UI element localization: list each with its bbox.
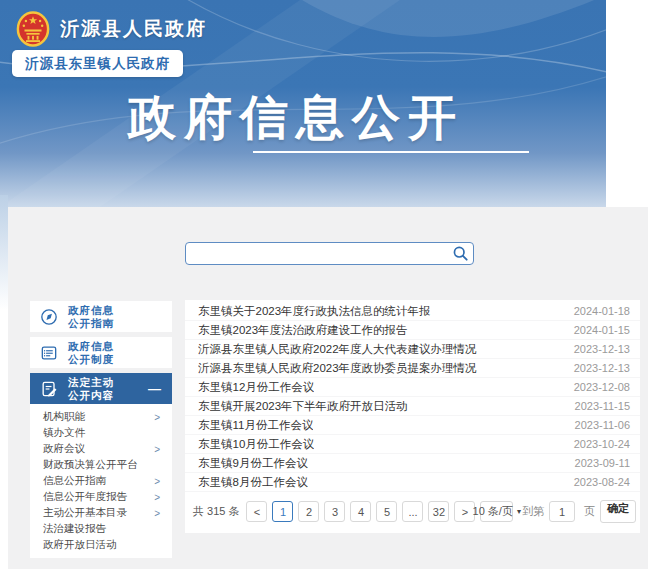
document-date: 2023-10-24	[574, 438, 630, 450]
sidebar-subitem[interactable]: 法治建设报告	[30, 521, 172, 537]
page-number-button[interactable]: 4	[350, 501, 371, 522]
page-number-button[interactable]: 2	[298, 501, 319, 522]
title-underline	[253, 151, 529, 153]
document-title[interactable]: 东里镇12月份工作会议	[198, 380, 314, 395]
document-list: 东里镇关于2023年度行政执法信息的统计年报 2024-01-18 东里镇202…	[185, 302, 640, 492]
list-item[interactable]: 东里镇11月份工作会议 2023-11-06	[185, 416, 640, 435]
goto-prefix-label: 到第	[522, 504, 544, 519]
site-header: 沂源县人民政府	[16, 10, 207, 48]
sidebar: 政府信息 公开指南 政府信息 公开制度	[30, 301, 172, 558]
sidebar-subitem[interactable]: 政府开放日活动	[30, 537, 172, 553]
clipboard-edit-icon	[39, 379, 59, 399]
pagination: 共 315 条 < 1 2 3 4 5 ...	[185, 492, 640, 525]
document-date: 2023-12-08	[574, 381, 630, 393]
document-date: 2023-09-11	[575, 457, 630, 469]
sidebar-item-label: 政府信息 公开指南	[68, 304, 114, 329]
page-size-label: 10 条/页	[473, 504, 513, 519]
page-number-button[interactable]: 5	[376, 501, 397, 522]
document-title[interactable]: 东里镇开展2023年下半年政府开放日活动	[198, 399, 408, 414]
chevron-right-icon: >	[154, 412, 160, 423]
document-title[interactable]: 东里镇8月份工作会议	[198, 475, 308, 490]
sidebar-subitem[interactable]: 信息公开指南 >	[30, 473, 172, 489]
sidebar-subitem[interactable]: 镇办文件	[30, 425, 172, 441]
sidebar-subitem-label: 政府开放日活动	[43, 538, 117, 552]
document-list-panel: 东里镇关于2023年度行政执法信息的统计年报 2024-01-18 东里镇202…	[185, 300, 640, 533]
list-item[interactable]: 东里镇10月份工作会议 2023-10-24	[185, 435, 640, 454]
chevron-right-icon: >	[154, 492, 160, 503]
list-item[interactable]: 东里镇12月份工作会议 2023-12-08	[185, 378, 640, 397]
search-icon[interactable]	[452, 245, 469, 262]
compass-icon	[39, 307, 59, 327]
page-number-button[interactable]: ...	[402, 501, 423, 522]
collapse-indicator[interactable]: —	[148, 381, 166, 396]
page-number-button[interactable]: 3	[324, 501, 345, 522]
chevron-right-icon: >	[154, 508, 160, 519]
sidebar-subitem[interactable]: 政府会议 >	[30, 441, 172, 457]
chevron-right-icon: >	[154, 444, 160, 455]
sidebar-subitem-label: 镇办文件	[43, 426, 85, 440]
sidebar-item-disclosure-guide[interactable]: 政府信息 公开指南	[30, 301, 172, 332]
chevron-right-icon: >	[154, 476, 160, 487]
document-date: 2023-11-06	[575, 419, 630, 431]
list-item[interactable]: 沂源县东里镇人民政府2023年度政协委员提案办理情况 2023-12-13	[185, 359, 640, 378]
document-title[interactable]: 东里镇2023年度法治政府建设工作的报告	[198, 323, 408, 338]
document-title[interactable]: 沂源县东里镇人民政府2022年度人大代表建议办理情况	[198, 342, 477, 357]
page-number-button[interactable]: 32	[428, 501, 449, 522]
sidebar-subitem-label: 信息公开年度报告	[43, 490, 127, 504]
document-title[interactable]: 东里镇关于2023年度行政执法信息的统计年报	[198, 304, 431, 319]
sidebar-subitem[interactable]: 财政预决算公开平台	[30, 457, 172, 473]
sidebar-subitem-label: 法治建设报告	[43, 522, 106, 536]
page-number-button[interactable]: 1	[272, 501, 293, 522]
prev-page-button[interactable]: <	[246, 501, 267, 522]
sidebar-subitem[interactable]: 机构职能 >	[30, 409, 172, 425]
document-list-icon	[39, 343, 59, 363]
document-date: 2024-01-18	[574, 305, 630, 317]
document-title[interactable]: 东里镇10月份工作会议	[198, 437, 314, 452]
sidebar-subitem-label: 财政预决算公开平台	[43, 458, 138, 472]
document-date: 2023-12-13	[574, 343, 630, 355]
sidebar-item-statutory-disclosure[interactable]: 法定主动 公开内容 —	[30, 373, 172, 404]
list-item[interactable]: 东里镇8月份工作会议 2023-08-24	[185, 473, 640, 492]
sidebar-subitem[interactable]: 主动公开基本目录 >	[30, 505, 172, 521]
main-panel: 政府信息 公开指南 政府信息 公开制度	[8, 207, 648, 569]
list-item[interactable]: 东里镇2023年度法治政府建设工作的报告 2024-01-15	[185, 321, 640, 340]
document-date: 2023-11-15	[575, 400, 630, 412]
document-title[interactable]: 东里镇11月份工作会议	[198, 418, 313, 433]
document-title[interactable]: 沂源县东里镇人民政府2023年度政协委员提案办理情况	[198, 361, 477, 376]
sidebar-item-label: 政府信息 公开制度	[68, 340, 114, 365]
page-title: 政府信息公开	[128, 86, 464, 150]
goto-suffix-label: 页	[584, 504, 595, 519]
sidebar-subitem-label: 主动公开基本目录	[43, 506, 127, 520]
sidebar-subitem-label: 政府会议	[43, 442, 85, 456]
list-item[interactable]: 东里镇关于2023年度行政执法信息的统计年报 2024-01-18	[185, 302, 640, 321]
banner-left-fade	[0, 195, 8, 310]
document-date: 2023-08-24	[574, 476, 630, 488]
site-title: 沂源县人民政府	[60, 16, 207, 42]
document-title[interactable]: 东里镇9月份工作会议	[198, 456, 308, 471]
total-count: 共 315 条	[193, 504, 239, 519]
sidebar-item-disclosure-system[interactable]: 政府信息 公开制度	[30, 337, 172, 368]
document-date: 2023-12-13	[574, 362, 630, 374]
chevron-down-icon: ▾	[517, 507, 521, 516]
sub-site-label: 沂源县东里镇人民政府	[25, 55, 170, 73]
list-item[interactable]: 东里镇开展2023年下半年政府开放日活动 2023-11-15	[185, 397, 640, 416]
list-item[interactable]: 沂源县东里镇人民政府2022年度人大代表建议办理情况 2023-12-13	[185, 340, 640, 359]
goto-confirm-button[interactable]: 确定	[600, 500, 636, 523]
sidebar-subitem-label: 机构职能	[43, 410, 85, 424]
sidebar-item-label: 法定主动 公开内容	[68, 376, 114, 401]
sidebar-subitem-label: 信息公开指南	[43, 474, 106, 488]
page-size-select[interactable]: 10 条/页 ▾	[480, 501, 513, 522]
search-input[interactable]	[185, 242, 474, 265]
search-box	[185, 242, 474, 265]
list-item[interactable]: 东里镇9月份工作会议 2023-09-11	[185, 454, 640, 473]
banner: 沂源县人民政府 沂源县东里镇人民政府 政府信息公开	[0, 0, 606, 207]
goto-page-input[interactable]	[549, 501, 575, 522]
document-date: 2024-01-15	[574, 324, 630, 336]
sub-site-link[interactable]: 沂源县东里镇人民政府	[12, 50, 183, 77]
sidebar-subitem[interactable]: 信息公开年度报告 >	[30, 489, 172, 505]
sidebar-submenu: 机构职能 > 镇办文件 政府会议 > 财政预决算公开平台	[30, 404, 172, 558]
national-emblem-icon	[16, 10, 50, 48]
